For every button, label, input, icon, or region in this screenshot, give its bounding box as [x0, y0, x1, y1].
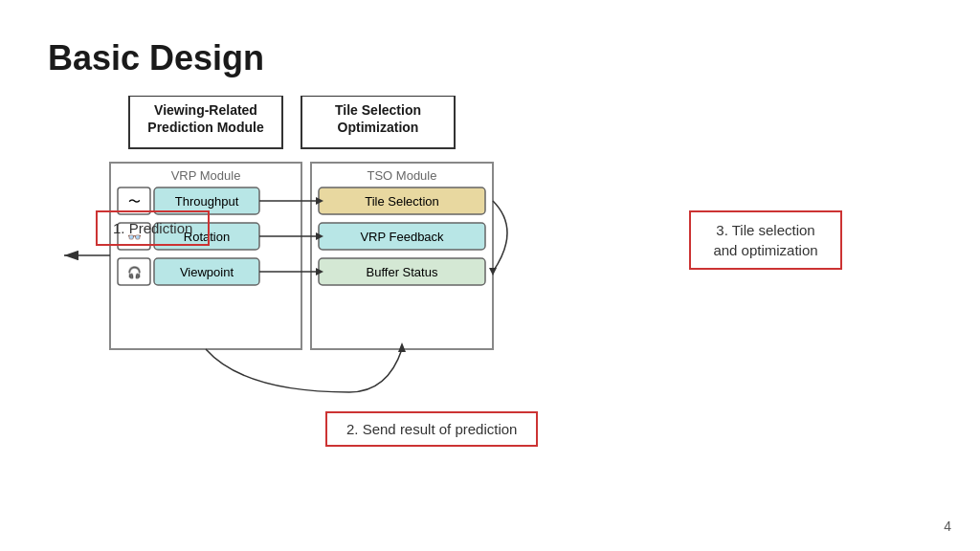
svg-rect-6 — [110, 163, 301, 349]
svg-rect-8 — [311, 163, 493, 349]
svg-rect-18 — [118, 258, 150, 285]
svg-text:VRP Module: VRP Module — [171, 168, 241, 183]
svg-text:VRP Feedback: VRP Feedback — [360, 230, 444, 244]
svg-text:Viewpoint: Viewpoint — [180, 265, 234, 279]
svg-text:〜: 〜 — [128, 194, 141, 209]
svg-text:TSO Module: TSO Module — [368, 168, 437, 183]
svg-text:Tile Selection: Tile Selection — [365, 194, 439, 209]
svg-text:Buffer Status: Buffer Status — [367, 265, 438, 279]
svg-rect-22 — [319, 187, 485, 214]
label-tile-selection: 3. Tile selectionand optimization — [689, 210, 842, 270]
svg-text:Prediction Module: Prediction Module — [147, 120, 264, 135]
svg-rect-24 — [319, 223, 485, 250]
slide-title: Basic Design — [48, 38, 264, 78]
svg-rect-26 — [319, 258, 485, 285]
label-prediction: 1. Prediction — [96, 210, 210, 246]
svg-marker-34 — [489, 268, 497, 276]
svg-rect-0 — [129, 96, 282, 148]
svg-text:🎧: 🎧 — [127, 265, 142, 279]
svg-text:Optimization: Optimization — [338, 120, 419, 135]
svg-marker-33 — [316, 268, 323, 276]
svg-text:Viewing-Related: Viewing-Related — [154, 102, 257, 118]
svg-rect-20 — [154, 258, 259, 285]
page-number: 4 — [944, 518, 951, 534]
svg-text:Throughput: Throughput — [175, 194, 239, 209]
svg-marker-29 — [316, 197, 323, 205]
svg-rect-3 — [301, 96, 455, 148]
label-send-result: 2. Send result of prediction — [325, 411, 538, 447]
svg-marker-31 — [316, 232, 323, 240]
svg-marker-36 — [398, 342, 406, 352]
svg-text:Tile Selection: Tile Selection — [335, 102, 421, 118]
